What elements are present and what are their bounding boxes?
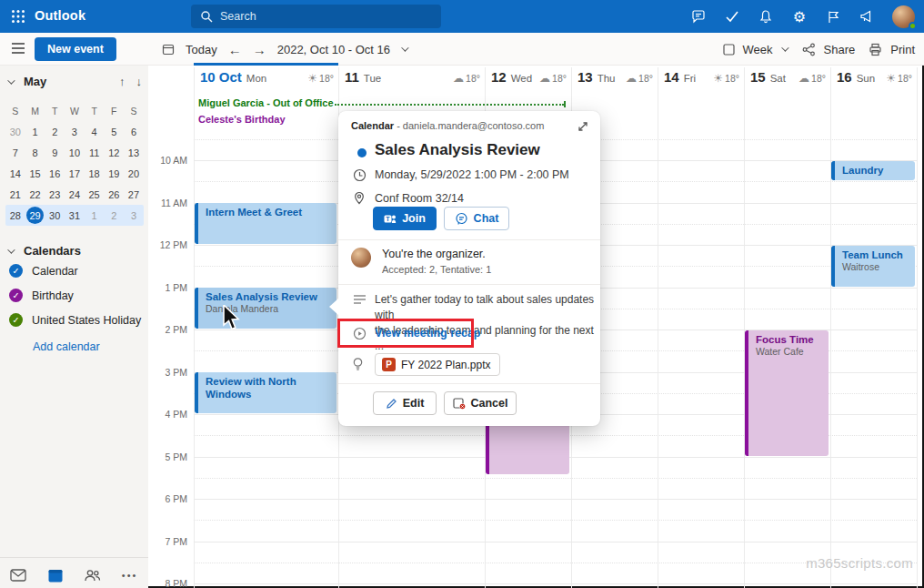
join-button[interactable]: T Join (373, 207, 437, 230)
calendar-module-icon-active[interactable] (45, 566, 65, 584)
calendar-list-item-calendar[interactable]: ✓Calendar (9, 259, 146, 283)
mini-calendar-day[interactable]: 31 (65, 210, 85, 221)
attachment-chip[interactable]: P FY 2022 Plan.pptx (375, 353, 500, 376)
mini-calendar-day[interactable]: 10 (65, 147, 85, 158)
day-header-mon[interactable]: 10 OctMon☀18° (194, 69, 338, 93)
mini-calendar-day[interactable]: 17 (65, 168, 85, 179)
mini-calendar-day[interactable]: 1 (25, 127, 45, 137)
month-collapse-chevron-icon[interactable] (7, 76, 15, 84)
mini-calendar-selected-day[interactable]: 29 (26, 207, 44, 224)
left-sidebar: May ↑ ↓ SMTWTFS3012345678910111213141516… (0, 66, 148, 588)
mini-calendar-day[interactable]: 23 (45, 189, 65, 200)
expand-popup-icon[interactable] (577, 120, 589, 133)
mini-calendar-day[interactable]: 28 (5, 210, 25, 221)
mini-calendar-day[interactable]: 26 (104, 189, 124, 200)
search-box[interactable] (191, 5, 441, 28)
mini-calendar-day[interactable]: 24 (65, 189, 85, 200)
today-button[interactable]: Today (186, 43, 217, 56)
time-gutter-label: 5 PM (149, 451, 187, 462)
gear-icon[interactable]: ⚙ (791, 8, 808, 25)
calendar-event-sales-analysis-review[interactable]: Sales Analysis ReviewDaniela Mandera (195, 288, 336, 329)
mini-calendar-prev-icon[interactable]: ↑ (119, 75, 126, 88)
date-range-label[interactable]: 2022, Oct 10 - Oct 16 (277, 43, 390, 56)
mini-calendar-day[interactable]: 7 (5, 147, 25, 158)
view-selector[interactable]: Week (743, 43, 773, 56)
time-gutter-label: 7 PM (149, 536, 187, 547)
edit-button[interactable]: Edit (373, 391, 437, 415)
calendar-event-laundry[interactable]: Laundry (831, 161, 915, 181)
more-modules-icon[interactable]: ••• (120, 566, 140, 584)
mini-calendar-day[interactable]: 8 (25, 147, 45, 158)
day-header-sun[interactable]: 16Sun☀18° (830, 69, 917, 93)
mini-calendar-day[interactable]: 25 (85, 189, 105, 200)
calendar-event-intern-meet-greet[interactable]: Intern Meet & Greet (195, 203, 336, 244)
mail-module-icon[interactable] (8, 566, 28, 584)
calendar-list-item-birthday[interactable]: ✓Birthday (9, 283, 146, 308)
view-chevron-icon[interactable] (781, 44, 788, 51)
mini-calendar-day[interactable]: 13 (124, 147, 144, 158)
mini-calendar-day[interactable]: 2 (104, 210, 124, 221)
todo-check-icon[interactable] (724, 8, 740, 25)
feedback-icon[interactable] (690, 8, 707, 25)
day-number: 10 Oct (200, 69, 242, 85)
top-bar: Outlook ⚙ (0, 0, 924, 33)
calendar-event-review-with-north-windows[interactable]: Review with North Windows (195, 372, 336, 413)
day-header-fri[interactable]: 14Fri☀18° (658, 69, 744, 93)
mini-calendar-day[interactable]: 12 (104, 147, 124, 158)
day-header-wed[interactable]: 12Wed☁18° (485, 69, 571, 93)
calendar-checkbox[interactable]: ✓ (9, 264, 23, 278)
mini-calendar-day[interactable]: 20 (124, 168, 144, 179)
calendar-event-team-lunch[interactable]: Team LunchWaitrose (831, 246, 915, 287)
mini-calendar-day[interactable]: 29 (25, 207, 45, 224)
mini-calendar-day[interactable]: 19 (104, 168, 124, 179)
mini-calendar-day[interactable]: 2 (45, 127, 65, 137)
bell-icon[interactable] (758, 8, 774, 25)
mini-calendar-day[interactable]: 22 (25, 189, 45, 200)
megaphone-icon[interactable] (859, 8, 875, 25)
mini-calendar-day[interactable]: 6 (124, 127, 144, 137)
people-module-icon[interactable] (83, 566, 103, 584)
new-event-button[interactable]: New event (35, 37, 116, 61)
flag-icon[interactable] (825, 8, 841, 25)
cancel-button[interactable]: Cancel (444, 391, 517, 415)
add-calendar-link[interactable]: Add calendar (33, 340, 100, 353)
calendar-name: Calendar (32, 265, 78, 278)
mini-calendar-day[interactable]: 21 (5, 189, 25, 200)
mini-calendar-day[interactable]: 14 (5, 168, 25, 179)
share-button[interactable]: Share (824, 43, 856, 56)
mini-calendar-day[interactable]: 27 (124, 189, 144, 200)
mini-calendar-day[interactable]: 30 (45, 210, 65, 221)
allday-event-birthday[interactable]: Celeste's Birthday (198, 114, 286, 125)
day-header-tue[interactable]: 11Tue☁18° (338, 69, 485, 93)
search-input[interactable] (220, 10, 420, 23)
mini-calendar-next-icon[interactable]: ↓ (136, 75, 143, 88)
mini-calendar-day[interactable]: 15 (25, 168, 45, 179)
calendars-collapse-chevron-icon[interactable] (7, 246, 15, 253)
mini-calendar-day[interactable]: 3 (65, 127, 85, 137)
app-launcher-waffle-icon[interactable] (9, 7, 27, 25)
chat-button[interactable]: Chat (444, 207, 509, 230)
calendar-checkbox[interactable]: ✓ (9, 313, 23, 327)
mini-calendar-month[interactable]: May (24, 75, 46, 88)
calendar-event-focus-time[interactable]: Focus TimeWater Cafe (745, 330, 829, 456)
mini-calendar-day[interactable]: 18 (85, 168, 105, 179)
next-week-arrow[interactable]: → (253, 42, 266, 57)
allday-event-out-of-office[interactable]: Miguel Garcia - Out of Office (198, 97, 334, 108)
day-header-thu[interactable]: 13Thu☁18° (571, 69, 658, 93)
calendar-checkbox[interactable]: ✓ (9, 289, 23, 302)
mini-calendar-day[interactable]: 30 (5, 127, 25, 137)
mini-calendar-day[interactable]: 1 (85, 210, 105, 221)
prev-week-arrow[interactable]: ← (228, 42, 242, 57)
calendar-list-item-united-states-holiday[interactable]: ✓United States Holiday (9, 308, 146, 332)
day-header-sat[interactable]: 15Sat☁18° (744, 69, 830, 93)
mini-calendar-day[interactable]: 4 (85, 127, 105, 137)
mini-calendar-day[interactable]: 9 (45, 147, 65, 158)
hamburger-menu-icon[interactable] (11, 42, 25, 55)
mini-calendar-day[interactable]: 5 (104, 127, 124, 137)
date-range-chevron-icon[interactable] (401, 44, 408, 51)
mini-calendar-day[interactable]: 11 (85, 147, 105, 158)
mini-calendar-day[interactable]: 3 (124, 210, 144, 221)
user-avatar[interactable] (892, 5, 915, 28)
print-button[interactable]: Print (890, 43, 915, 56)
mini-calendar-day[interactable]: 16 (45, 168, 65, 179)
